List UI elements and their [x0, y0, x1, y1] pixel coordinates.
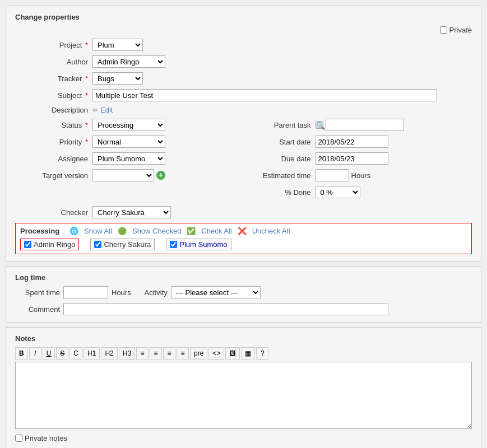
italic-button[interactable]: I [29, 347, 41, 360]
show-checked-icon: 🟢 [118, 227, 127, 235]
member-admin-ringo-checkbox[interactable] [24, 241, 31, 248]
processing-box: Processing 🌐 Show All 🟢 Show Checked ✅ C… [15, 223, 472, 254]
checker-select[interactable]: Cherry Sakura [92, 206, 171, 218]
help-button[interactable]: ? [256, 347, 268, 360]
private-label: Private [449, 26, 472, 34]
ul-button[interactable]: ≡ [136, 347, 149, 360]
target-version-row: Target version + [15, 169, 238, 181]
member-cherry-sakura-name: Cherry Sakura [104, 240, 151, 249]
check-all-link[interactable]: Check All [201, 227, 231, 235]
check-all-icon: ✅ [187, 227, 196, 235]
member-admin-ringo-name: Admin Ringo [34, 240, 75, 249]
due-date-input[interactable] [316, 152, 388, 165]
edit-pencil-icon: ✏ [92, 106, 98, 114]
parent-task-label: Parent task [249, 121, 311, 129]
author-row: Author Admin Ringo [15, 55, 472, 68]
table-button[interactable]: ▦ [241, 347, 255, 360]
member-plum-sumomo: Plum Sumomo [166, 239, 231, 250]
pre-button[interactable]: pre [190, 347, 207, 360]
notes-section: Notes B I U S C H1 H2 H3 ≡ ≡ ≡ ≡ pre <> … [6, 327, 481, 448]
align-right-button[interactable]: ≡ [177, 347, 189, 360]
due-date-row: Due date [249, 152, 472, 165]
change-properties-title: Change properties [15, 13, 472, 21]
spent-time-group: Spent time Hours [15, 286, 131, 298]
page-wrapper: Change properties Private Project * Plum… [0, 0, 487, 448]
target-version-select[interactable] [92, 169, 154, 181]
add-target-version-button[interactable]: + [156, 171, 165, 180]
subject-input[interactable] [92, 89, 437, 101]
processing-label: Processing [20, 227, 59, 235]
project-select[interactable]: Plum [92, 39, 143, 51]
estimated-time-input[interactable] [316, 169, 349, 181]
percent-done-label: % Done [249, 188, 311, 197]
activity-select[interactable]: --- Please select --- [171, 286, 261, 298]
parent-task-search-icon[interactable]: 🔍 [316, 121, 323, 129]
comment-label: Comment [15, 305, 60, 314]
priority-select[interactable]: Normal [92, 136, 165, 148]
two-col-layout: Status * Processing Priority * Normal [15, 119, 472, 203]
log-time-row: Spent time Hours Activity --- Please sel… [15, 286, 472, 298]
h2-button[interactable]: H2 [101, 347, 117, 360]
show-all-link[interactable]: Show All [84, 227, 112, 235]
hours-label: Hours [351, 171, 371, 180]
author-label: Author [15, 58, 88, 66]
image-button[interactable]: 🖼 [225, 347, 240, 360]
notes-title: Notes [15, 334, 472, 343]
percent-done-row: % Done 0 % 10 % 20 % 30 % 40 % 50 % 60 %… [249, 186, 472, 198]
project-label: Project * [15, 41, 88, 49]
code-inline-button[interactable]: <> [208, 347, 224, 360]
spent-time-input[interactable] [63, 286, 108, 298]
code-button[interactable]: C [69, 347, 82, 360]
tracker-select[interactable]: Bugs [92, 72, 143, 85]
status-label: Status * [15, 121, 88, 129]
underline-button[interactable]: U [43, 347, 55, 360]
assignee-select[interactable]: Plum Sumomo [92, 152, 165, 165]
description-row: Description ✏ Edit [15, 106, 472, 114]
comment-input[interactable] [63, 303, 388, 315]
show-checked-link[interactable]: Show Checked [132, 227, 181, 235]
priority-label: Priority * [15, 138, 88, 146]
members-row: Admin Ringo Cherry Sakura Plum Sumomo [20, 239, 467, 250]
activity-group: Activity --- Please select --- [145, 286, 261, 298]
parent-task-input[interactable] [326, 119, 404, 131]
checker-label: Checker [15, 208, 88, 217]
member-plum-sumomo-checkbox[interactable] [170, 241, 177, 248]
start-date-input[interactable] [316, 136, 388, 148]
h1-button[interactable]: H1 [84, 347, 100, 360]
private-notes-row: Private notes [15, 434, 472, 442]
assignee-label: Assignee [15, 155, 88, 163]
log-time-section: Log time Spent time Hours Activity --- P… [6, 266, 481, 323]
left-column: Status * Processing Priority * Normal [15, 119, 238, 203]
parent-task-controls: 🔍 [316, 119, 404, 131]
tracker-label: Tracker * [15, 74, 88, 83]
estimated-time-row: Estimated time Hours [249, 169, 472, 181]
start-date-row: Start date [249, 136, 472, 148]
member-cherry-sakura-checkbox[interactable] [94, 241, 101, 248]
description-edit-link[interactable]: Edit [100, 106, 113, 114]
status-row: Status * Processing [15, 119, 238, 131]
author-select[interactable]: Admin Ringo [92, 55, 165, 68]
notes-toolbar: B I U S C H1 H2 H3 ≡ ≡ ≡ ≡ pre <> 🖼 ▦ ? [15, 347, 472, 360]
assignee-row: Assignee Plum Sumomo [15, 152, 238, 165]
uncheck-all-link[interactable]: Uncheck All [252, 227, 290, 235]
project-row: Project * Plum [15, 39, 472, 51]
ol-button[interactable]: ≡ [150, 347, 162, 360]
show-all-icon: 🌐 [69, 227, 78, 235]
subject-row: Subject * [15, 89, 472, 101]
processing-actions: Processing 🌐 Show All 🟢 Show Checked ✅ C… [20, 227, 467, 235]
target-version-label: Target version [15, 171, 88, 180]
change-properties-section: Change properties Private Project * Plum… [6, 6, 481, 262]
private-checkbox[interactable] [440, 26, 447, 34]
strikethrough-button[interactable]: S [56, 347, 68, 360]
member-plum-sumomo-name: Plum Sumomo [179, 240, 227, 249]
private-notes-checkbox[interactable] [15, 435, 22, 442]
log-time-title: Log time [15, 273, 472, 282]
hours-label-log: Hours [112, 288, 131, 297]
percent-done-select[interactable]: 0 % 10 % 20 % 30 % 40 % 50 % 60 % 70 % 8… [316, 186, 360, 198]
notes-textarea[interactable] [15, 362, 472, 429]
align-left-button[interactable]: ≡ [163, 347, 175, 360]
status-select[interactable]: Processing [92, 119, 165, 131]
due-date-label: Due date [249, 155, 311, 163]
h3-button[interactable]: H3 [119, 347, 135, 360]
bold-button[interactable]: B [15, 347, 28, 360]
